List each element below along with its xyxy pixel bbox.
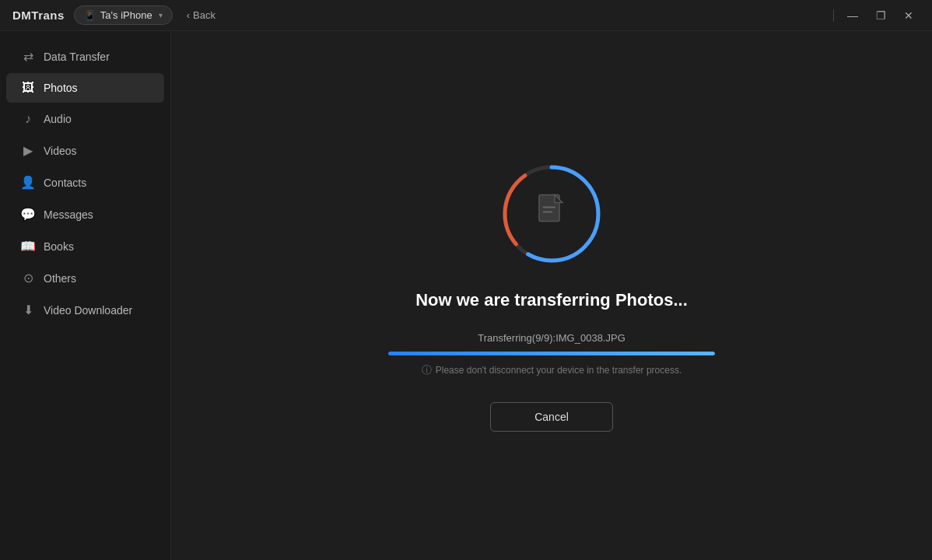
sidebar-item-label: Video Downloader: [44, 304, 132, 317]
contacts-icon: 👤: [20, 175, 36, 190]
close-button[interactable]: ✕: [898, 5, 920, 26]
transfer-container: Now we are transferring Photos... Transf…: [388, 159, 715, 432]
sidebar-item-books[interactable]: 📖 Books: [6, 231, 164, 261]
titlebar-right: — ❐ ✕: [832, 5, 920, 26]
others-icon: ⊙: [20, 271, 36, 285]
maximize-button[interactable]: ❐: [870, 5, 892, 26]
minimize-button[interactable]: —: [842, 5, 864, 26]
data-transfer-icon: ⇄: [20, 49, 36, 64]
photos-icon: 🖼: [20, 81, 36, 95]
titlebar-left: DMTrans 📱 Ta's iPhone ▾ ‹ Back: [12, 5, 220, 25]
transfer-details: Transferring(9/9):IMG_0038.JPG ⓘ Please …: [388, 332, 715, 377]
app-logo: DMTrans: [12, 9, 65, 22]
sidebar-item-label: Photos: [44, 82, 78, 94]
maximize-icon: ❐: [876, 9, 886, 22]
win-separator: [833, 9, 834, 22]
sidebar-item-videos[interactable]: ▶ Videos: [6, 135, 164, 166]
sidebar-item-label: Books: [44, 240, 74, 253]
transfer-filename: Transferring(9/9):IMG_0038.JPG: [478, 332, 625, 344]
cancel-button[interactable]: Cancel: [490, 402, 613, 432]
sidebar-item-label: Audio: [44, 113, 72, 125]
sidebar-item-label: Videos: [44, 145, 77, 157]
progress-bar-track: [388, 352, 715, 355]
books-icon: 📖: [20, 239, 36, 254]
back-label: Back: [193, 9, 215, 21]
content-area: Now we are transferring Photos... Transf…: [171, 31, 932, 560]
titlebar: DMTrans 📱 Ta's iPhone ▾ ‹ Back — ❐ ✕: [0, 0, 932, 31]
sidebar-item-video-downloader[interactable]: ⬇ Video Downloader: [6, 295, 164, 325]
sidebar-item-label: Contacts: [44, 177, 86, 189]
video-downloader-icon: ⬇: [20, 303, 36, 317]
progress-bar-fill: [388, 352, 715, 355]
sidebar-item-messages[interactable]: 💬 Messages: [6, 199, 164, 229]
file-icon: [536, 194, 567, 235]
info-icon: ⓘ: [422, 363, 432, 377]
sidebar-item-label: Messages: [44, 208, 93, 221]
sidebar-item-label: Data Transfer: [44, 51, 110, 63]
sidebar: ⇄ Data Transfer 🖼 Photos ♪ Audio ▶ Video…: [0, 31, 171, 560]
close-icon: ✕: [904, 9, 913, 22]
sidebar-item-label: Others: [44, 272, 76, 285]
device-selector[interactable]: 📱 Ta's iPhone ▾: [74, 5, 173, 25]
messages-icon: 💬: [20, 207, 36, 222]
main-layout: ⇄ Data Transfer 🖼 Photos ♪ Audio ▶ Video…: [0, 31, 932, 560]
device-name: Ta's iPhone: [100, 9, 152, 21]
audio-icon: ♪: [20, 112, 36, 126]
sidebar-item-audio[interactable]: ♪ Audio: [6, 104, 164, 134]
videos-icon: ▶: [20, 143, 36, 158]
sidebar-item-contacts[interactable]: 👤 Contacts: [6, 167, 164, 198]
back-arrow-icon: ‹: [187, 9, 190, 21]
transfer-spinner: [497, 159, 606, 268]
minimize-icon: —: [847, 9, 858, 22]
sidebar-item-others[interactable]: ⊙ Others: [6, 263, 164, 293]
transfer-title: Now we are transferring Photos...: [415, 290, 688, 310]
phone-icon: 📱: [84, 10, 96, 21]
sidebar-item-photos[interactable]: 🖼 Photos: [6, 73, 164, 103]
warning-text: ⓘ Please don't disconnect your device in…: [422, 363, 681, 377]
chevron-down-icon: ▾: [159, 11, 163, 19]
sidebar-item-data-transfer[interactable]: ⇄ Data Transfer: [6, 41, 164, 72]
back-button[interactable]: ‹ Back: [182, 8, 220, 23]
warning-message: Please don't disconnect your device in t…: [436, 365, 681, 376]
